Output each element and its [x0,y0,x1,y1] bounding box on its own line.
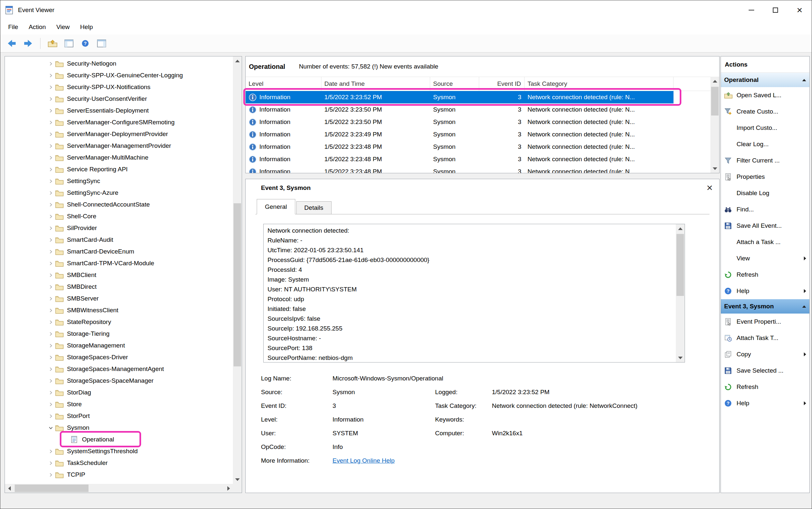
chevron-right-icon[interactable] [46,226,55,231]
tree-item-smbdirect[interactable]: SMBDirect [5,281,232,293]
tree-item-settingsync[interactable]: SettingSync [5,175,232,187]
chevron-right-icon[interactable] [46,273,55,278]
scroll-up-button[interactable] [233,57,242,65]
collapse-icon[interactable] [802,79,806,81]
tree-item-storagespaces-managementagent[interactable]: StorageSpaces-ManagementAgent [5,363,232,375]
action-refresh[interactable]: Refresh [721,379,809,395]
tree-item-smbserver[interactable]: SMBServer [5,293,232,304]
chevron-right-icon[interactable] [46,120,55,125]
column-header-event-id[interactable]: Event ID [479,77,525,91]
event-row-5[interactable]: Information 1/5/2022 3:23:48 PM Sysmon 3… [246,141,674,153]
tree-item-storagespaces-driver[interactable]: StorageSpaces-Driver [5,351,232,363]
tree-item-storage-tiering[interactable]: Storage-Tiering [5,328,232,340]
scrollbar-thumb[interactable] [15,484,89,492]
scrollbar-thumb[interactable] [711,87,719,115]
tree-item-storagemanagement[interactable]: StorageManagement [5,340,232,351]
scroll-down-button[interactable] [233,475,242,484]
maximize-button[interactable] [763,0,787,20]
chevron-down-icon[interactable] [46,426,55,430]
tree-item-service-reporting-api[interactable]: Service Reporting API [5,164,232,175]
chevron-right-icon[interactable] [46,85,55,90]
tree-item-serveressentials-deployment[interactable]: ServerEssentials-Deployment [5,105,232,116]
action-save-all-event[interactable]: Save All Event... [721,217,809,234]
chevron-right-icon[interactable] [46,97,55,101]
description-vertical-scrollbar[interactable] [676,224,685,362]
event-row-1[interactable]: Information 1/5/2022 3:23:52 PM Sysmon 3… [246,91,674,103]
chevron-right-icon[interactable] [46,214,55,219]
action-attach-a-task[interactable]: Attach a Task ... [721,234,809,250]
tree-item-smbwitnessclient[interactable]: SMBWitnessClient [5,304,232,316]
chevron-right-icon[interactable] [46,390,55,395]
tree-item-taskscheduler[interactable]: TaskScheduler [5,457,232,469]
tree-item-tcpip[interactable]: TCPIP [5,469,232,481]
tab-details[interactable]: Details [296,201,332,214]
chevron-right-icon[interactable] [46,320,55,325]
scroll-down-button[interactable] [711,164,719,173]
menu-action[interactable]: Action [24,20,51,35]
chevron-right-icon[interactable] [46,132,55,137]
chevron-right-icon[interactable] [46,249,55,254]
tree-item-stordiag[interactable]: StorDiag [5,387,232,398]
close-preview-icon[interactable]: × [707,182,713,194]
tree-item-servermanager-deploymentprovider[interactable]: ServerManager-DeploymentProvider [5,128,232,140]
tree-item-smartcard-deviceenum[interactable]: SmartCard-DeviceEnum [5,246,232,258]
chevron-right-icon[interactable] [46,472,55,477]
tree-item-operational[interactable]: Operational [5,434,232,445]
event-row-4[interactable]: Information 1/5/2022 3:23:49 PM Sysmon 3… [246,128,674,141]
tree-item-staterepository[interactable]: StateRepository [5,316,232,328]
back-button[interactable] [5,37,19,50]
action-save-selected[interactable]: Save Selected ... [721,363,809,379]
actions-group-event-3-sysmon[interactable]: Event 3, Sysmon [721,299,809,313]
tree-item-storport[interactable]: StorPort [5,410,232,422]
scroll-up-button[interactable] [711,77,719,86]
chevron-right-icon[interactable] [46,179,55,184]
chevron-right-icon[interactable] [46,108,55,113]
column-header-task-category[interactable]: Task Category [525,77,674,91]
chevron-right-icon[interactable] [46,367,55,372]
menu-help[interactable]: Help [75,20,98,35]
chevron-right-icon[interactable] [46,143,55,148]
action-properties[interactable]: Properties [721,169,809,185]
forward-button[interactable] [21,37,35,50]
open-saved-log-button[interactable] [46,37,59,50]
chevron-right-icon[interactable] [46,261,55,266]
chevron-right-icon[interactable] [46,402,55,407]
action-view[interactable]: View [721,250,809,267]
action-help[interactable]: ? Help [721,395,809,411]
event-row-3[interactable]: Information 1/5/2022 3:23:50 PM Sysmon 3… [246,116,674,128]
help-button[interactable]: ? [79,37,92,50]
scroll-down-button[interactable] [676,353,685,362]
tree-item-store[interactable]: Store [5,398,232,410]
collapse-icon[interactable] [802,305,806,308]
actions-group-operational[interactable]: Operational [721,73,809,87]
tree-item-shell-core[interactable]: Shell-Core [5,210,232,222]
tree-item-security-spp-ux-notifications[interactable]: Security-SPP-UX-Notifications [5,81,232,93]
tree-horizontal-scrollbar[interactable] [5,484,233,493]
tree-item-servermanager-multimachine[interactable]: ServerManager-MultiMachine [5,152,232,164]
scroll-up-button[interactable] [676,224,685,233]
chevron-right-icon[interactable] [46,296,55,301]
column-header-source[interactable]: Source [430,77,479,91]
chevron-right-icon[interactable] [46,61,55,66]
action-create-custo[interactable]: Create Custo... [721,103,809,120]
column-header-level[interactable]: Level [246,77,321,91]
minimize-button[interactable] [739,0,763,20]
action-copy[interactable]: Copy [721,346,809,363]
event-row-2[interactable]: Information 1/5/2022 3:23:50 PM Sysmon 3… [246,103,674,116]
action-help[interactable]: ? Help [721,283,809,299]
chevron-right-icon[interactable] [46,155,55,160]
scrollbar-thumb[interactable] [677,234,684,296]
show-action-pane-button[interactable] [95,37,108,50]
action-filter-current[interactable]: Filter Current ... [721,152,809,169]
action-import-custo[interactable]: Import Custo... [721,120,809,136]
action-attach-task-t[interactable]: Attach Task T... [721,330,809,346]
menu-view[interactable]: View [51,20,75,35]
tree-item-smartcard-tpm-vcard-module[interactable]: SmartCard-TPM-VCard-Module [5,258,232,269]
tree-item-servermanager-managementprovider[interactable]: ServerManager-ManagementProvider [5,140,232,152]
tree-item-systemsettingsthreshold[interactable]: SystemSettingsThreshold [5,445,232,457]
chevron-right-icon[interactable] [46,238,55,242]
event-log-online-help-link[interactable]: Event Log Online Help [333,457,717,464]
tree-item-sysmon[interactable]: Sysmon [5,422,232,434]
action-clear-log[interactable]: Clear Log... [721,136,809,152]
tree-item-security-spp-ux-genuinecenter-logging[interactable]: Security-SPP-UX-GenuineCenter-Logging [5,69,232,81]
